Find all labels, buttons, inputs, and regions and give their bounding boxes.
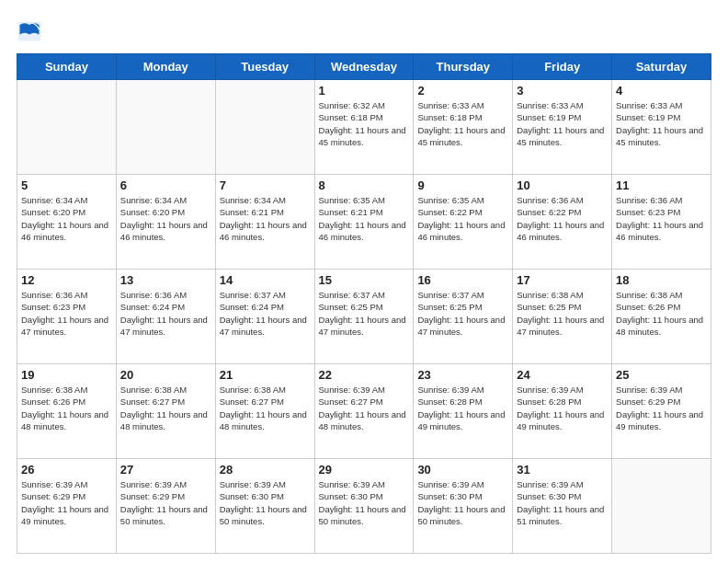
calendar-cell <box>612 459 711 554</box>
day-number: 7 <box>220 178 311 192</box>
day-info: Sunrise: 6:34 AM Sunset: 6:20 PM Dayligh… <box>21 194 112 243</box>
calendar-cell: 10Sunrise: 6:36 AM Sunset: 6:22 PM Dayli… <box>513 175 612 270</box>
calendar-cell: 21Sunrise: 6:38 AM Sunset: 6:27 PM Dayli… <box>215 364 314 459</box>
calendar-cell: 19Sunrise: 6:38 AM Sunset: 6:26 PM Dayli… <box>17 364 117 459</box>
day-number: 25 <box>616 368 707 382</box>
calendar-cell: 5Sunrise: 6:34 AM Sunset: 6:20 PM Daylig… <box>17 175 117 270</box>
weekday-header-thursday: Thursday <box>414 54 513 80</box>
day-number: 27 <box>120 463 211 477</box>
day-info: Sunrise: 6:35 AM Sunset: 6:22 PM Dayligh… <box>417 194 508 243</box>
day-info: Sunrise: 6:38 AM Sunset: 6:27 PM Dayligh… <box>120 384 211 432</box>
calendar-week-3: 12Sunrise: 6:36 AM Sunset: 6:23 PM Dayli… <box>17 270 711 364</box>
day-info: Sunrise: 6:38 AM Sunset: 6:27 PM Dayligh… <box>220 384 311 432</box>
day-number: 3 <box>517 84 608 98</box>
day-number: 9 <box>417 178 508 192</box>
day-info: Sunrise: 6:36 AM Sunset: 6:24 PM Dayligh… <box>120 289 211 338</box>
calendar-cell: 8Sunrise: 6:35 AM Sunset: 6:21 PM Daylig… <box>314 175 414 270</box>
calendar-cell: 30Sunrise: 6:39 AM Sunset: 6:30 PM Dayli… <box>414 459 513 554</box>
day-number: 10 <box>517 178 608 192</box>
calendar-cell <box>17 80 117 175</box>
calendar-cell: 1Sunrise: 6:32 AM Sunset: 6:18 PM Daylig… <box>314 80 414 175</box>
day-number: 6 <box>120 178 211 192</box>
day-info: Sunrise: 6:36 AM Sunset: 6:23 PM Dayligh… <box>616 194 707 243</box>
calendar-cell: 9Sunrise: 6:35 AM Sunset: 6:22 PM Daylig… <box>414 175 513 270</box>
day-info: Sunrise: 6:39 AM Sunset: 6:28 PM Dayligh… <box>517 384 608 432</box>
calendar-cell: 6Sunrise: 6:34 AM Sunset: 6:20 PM Daylig… <box>116 175 215 270</box>
calendar-cell: 16Sunrise: 6:37 AM Sunset: 6:25 PM Dayli… <box>414 270 513 364</box>
calendar-cell: 18Sunrise: 6:38 AM Sunset: 6:26 PM Dayli… <box>612 270 711 364</box>
calendar-cell: 3Sunrise: 6:33 AM Sunset: 6:19 PM Daylig… <box>513 80 612 175</box>
day-info: Sunrise: 6:39 AM Sunset: 6:29 PM Dayligh… <box>616 384 707 432</box>
day-info: Sunrise: 6:33 AM Sunset: 6:19 PM Dayligh… <box>616 99 707 148</box>
day-info: Sunrise: 6:36 AM Sunset: 6:23 PM Dayligh… <box>21 289 112 338</box>
weekday-header-monday: Monday <box>116 54 215 80</box>
day-info: Sunrise: 6:35 AM Sunset: 6:21 PM Dayligh… <box>319 194 410 243</box>
calendar-cell: 31Sunrise: 6:39 AM Sunset: 6:30 PM Dayli… <box>513 459 612 554</box>
calendar-cell: 2Sunrise: 6:33 AM Sunset: 6:18 PM Daylig… <box>414 80 513 175</box>
calendar-cell: 11Sunrise: 6:36 AM Sunset: 6:23 PM Dayli… <box>612 175 711 270</box>
calendar-cell: 28Sunrise: 6:39 AM Sunset: 6:30 PM Dayli… <box>215 459 314 554</box>
calendar-cell: 24Sunrise: 6:39 AM Sunset: 6:28 PM Dayli… <box>513 364 612 459</box>
calendar-week-1: 1Sunrise: 6:32 AM Sunset: 6:18 PM Daylig… <box>17 80 711 175</box>
calendar-cell <box>116 80 215 175</box>
calendar-cell: 15Sunrise: 6:37 AM Sunset: 6:25 PM Dayli… <box>314 270 414 364</box>
day-number: 8 <box>319 178 410 192</box>
day-info: Sunrise: 6:33 AM Sunset: 6:19 PM Dayligh… <box>517 99 608 148</box>
day-number: 1 <box>319 84 410 98</box>
day-info: Sunrise: 6:36 AM Sunset: 6:22 PM Dayligh… <box>517 194 608 243</box>
calendar-cell: 29Sunrise: 6:39 AM Sunset: 6:30 PM Dayli… <box>314 459 414 554</box>
day-number: 20 <box>120 368 211 382</box>
day-number: 29 <box>319 463 410 477</box>
day-number: 22 <box>319 368 410 382</box>
calendar-cell: 27Sunrise: 6:39 AM Sunset: 6:29 PM Dayli… <box>116 459 215 554</box>
logo-icon <box>17 18 42 44</box>
day-info: Sunrise: 6:37 AM Sunset: 6:24 PM Dayligh… <box>220 289 311 338</box>
day-info: Sunrise: 6:39 AM Sunset: 6:28 PM Dayligh… <box>417 384 508 432</box>
day-info: Sunrise: 6:39 AM Sunset: 6:27 PM Dayligh… <box>319 384 410 432</box>
day-info: Sunrise: 6:38 AM Sunset: 6:26 PM Dayligh… <box>616 289 707 338</box>
calendar-cell: 22Sunrise: 6:39 AM Sunset: 6:27 PM Dayli… <box>314 364 414 459</box>
calendar-cell <box>215 80 314 175</box>
calendar-cell: 25Sunrise: 6:39 AM Sunset: 6:29 PM Dayli… <box>612 364 711 459</box>
day-info: Sunrise: 6:38 AM Sunset: 6:25 PM Dayligh… <box>517 289 608 338</box>
weekday-header-sunday: Sunday <box>17 54 117 80</box>
day-number: 2 <box>417 84 508 98</box>
day-number: 5 <box>21 178 112 192</box>
day-info: Sunrise: 6:39 AM Sunset: 6:29 PM Dayligh… <box>120 478 211 527</box>
day-info: Sunrise: 6:38 AM Sunset: 6:26 PM Dayligh… <box>21 384 112 432</box>
calendar-cell: 14Sunrise: 6:37 AM Sunset: 6:24 PM Dayli… <box>215 270 314 364</box>
calendar-cell: 17Sunrise: 6:38 AM Sunset: 6:25 PM Dayli… <box>513 270 612 364</box>
day-info: Sunrise: 6:34 AM Sunset: 6:21 PM Dayligh… <box>220 194 311 243</box>
weekday-header-saturday: Saturday <box>612 54 711 80</box>
day-info: Sunrise: 6:39 AM Sunset: 6:29 PM Dayligh… <box>21 478 112 527</box>
day-info: Sunrise: 6:37 AM Sunset: 6:25 PM Dayligh… <box>417 289 508 338</box>
day-info: Sunrise: 6:37 AM Sunset: 6:25 PM Dayligh… <box>319 289 410 338</box>
day-number: 24 <box>517 368 608 382</box>
day-number: 16 <box>417 273 508 287</box>
day-number: 19 <box>21 368 112 382</box>
day-number: 30 <box>417 463 508 477</box>
logo <box>17 17 46 44</box>
day-info: Sunrise: 6:39 AM Sunset: 6:30 PM Dayligh… <box>517 478 608 527</box>
day-number: 26 <box>21 463 112 477</box>
day-number: 18 <box>616 273 707 287</box>
calendar-cell: 23Sunrise: 6:39 AM Sunset: 6:28 PM Dayli… <box>414 364 513 459</box>
weekday-header-row: SundayMondayTuesdayWednesdayThursdayFrid… <box>17 54 711 80</box>
day-number: 15 <box>319 273 410 287</box>
header <box>17 17 711 44</box>
page: SundayMondayTuesdayWednesdayThursdayFrid… <box>0 0 728 563</box>
weekday-header-friday: Friday <box>513 54 612 80</box>
day-info: Sunrise: 6:32 AM Sunset: 6:18 PM Dayligh… <box>319 99 410 148</box>
day-number: 21 <box>220 368 311 382</box>
day-info: Sunrise: 6:34 AM Sunset: 6:20 PM Dayligh… <box>120 194 211 243</box>
day-number: 4 <box>616 84 707 98</box>
calendar-week-4: 19Sunrise: 6:38 AM Sunset: 6:26 PM Dayli… <box>17 364 711 459</box>
day-info: Sunrise: 6:39 AM Sunset: 6:30 PM Dayligh… <box>220 478 311 527</box>
day-number: 28 <box>220 463 311 477</box>
calendar-cell: 4Sunrise: 6:33 AM Sunset: 6:19 PM Daylig… <box>612 80 711 175</box>
day-info: Sunrise: 6:33 AM Sunset: 6:18 PM Dayligh… <box>417 99 508 148</box>
calendar-week-2: 5Sunrise: 6:34 AM Sunset: 6:20 PM Daylig… <box>17 175 711 270</box>
day-number: 13 <box>120 273 211 287</box>
weekday-header-tuesday: Tuesday <box>215 54 314 80</box>
day-info: Sunrise: 6:39 AM Sunset: 6:30 PM Dayligh… <box>319 478 410 527</box>
